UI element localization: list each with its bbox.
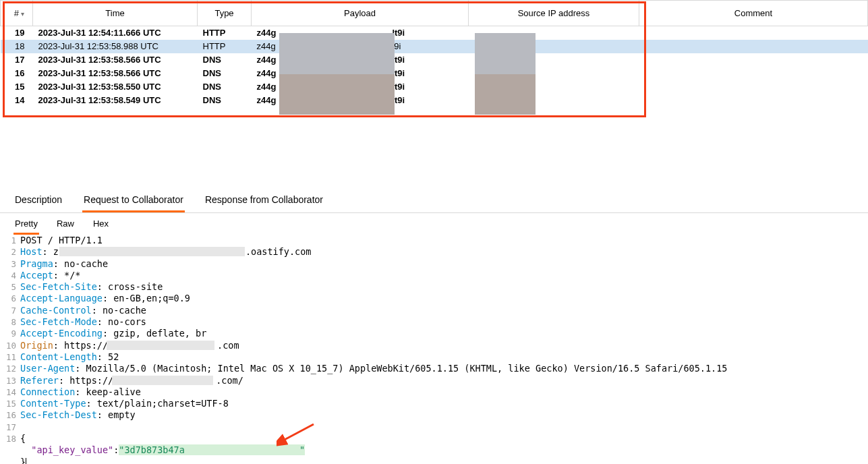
detail-tabs: Description Request to Collaborator Resp… [0, 187, 868, 213]
table-row[interactable]: 142023-Jul-31 12:53:58.549 UTCDNSz44glt9… [1, 94, 868, 107]
cell-comment [639, 26, 868, 40]
view-subtabs: Pretty Raw Hex [0, 213, 868, 235]
cell-comment [639, 40, 868, 53]
cell-time: 2023-Jul-31 12:53:58.566 UTC [33, 53, 198, 67]
line-number: 12 [0, 363, 20, 374]
line-number: 1 [0, 235, 20, 246]
header-accept-language: Accept-Language: en-GB,en;q=0.9 [20, 293, 190, 304]
redaction-block [279, 33, 395, 74]
subtab-pretty[interactable]: Pretty [13, 217, 39, 235]
header-accept-encoding: Accept-Encoding: gzip, deflate, br [20, 328, 206, 339]
cell-comment [639, 80, 868, 94]
redaction-block [59, 247, 245, 256]
header-host: Host: z.oastify.com [20, 246, 311, 258]
col-header-comment[interactable]: Comment [639, 1, 868, 26]
line-number: 5 [0, 281, 20, 293]
cell-number: 15 [1, 80, 33, 94]
line-number: 14 [0, 386, 20, 398]
blank-line [20, 422, 26, 433]
cell-comment [639, 94, 868, 107]
body-kv: "api_key_value":"3d7b873b47a" [20, 444, 305, 456]
col-header-source-ip[interactable]: Source IP address [469, 1, 639, 26]
table-row[interactable]: 192023-Jul-31 12:54:11.666 UTCHTTPz44glt… [1, 26, 868, 40]
header-referer: Referer: https://.com/ [20, 375, 243, 386]
cell-type: HTTP [198, 26, 252, 40]
header-content-length: Content-Length: 52 [20, 351, 119, 363]
redaction-block [107, 341, 214, 350]
table-row[interactable]: 162023-Jul-31 12:53:58.566 UTCDNSz44glt9… [1, 67, 868, 80]
cell-time: 2023-Jul-31 12:53:58.988 UTC [33, 40, 198, 53]
http-request-editor[interactable]: 1POST / HTTP/1.1 2Host: z.oastify.com 3P… [0, 235, 868, 464]
line-number: 17 [0, 422, 20, 433]
header-sec-fetch-site: Sec-Fetch-Site: cross-site [20, 281, 163, 293]
subtab-raw[interactable]: Raw [55, 217, 76, 235]
line-number: 4 [0, 270, 20, 281]
line-number: 7 [0, 305, 20, 316]
chevron-down-icon: ▾ [21, 10, 24, 18]
cell-type: DNS [198, 67, 252, 80]
body-close-brace: } [20, 457, 26, 464]
line-number: 8 [0, 316, 20, 328]
table-row[interactable]: 152023-Jul-31 12:53:58.550 UTCDNSz44glt9… [1, 80, 868, 94]
request-line: POST / HTTP/1.1 [20, 235, 103, 246]
header-pragma: Pragma: no-cache [20, 258, 108, 270]
redaction-block [475, 33, 536, 74]
line-number: 16 [0, 409, 20, 421]
line-number: 18 [0, 433, 20, 444]
cell-time: 2023-Jul-31 12:53:58.549 UTC [33, 94, 198, 107]
redaction-block [279, 74, 395, 115]
cell-number: 19 [1, 26, 33, 40]
tab-response-from-collaborator[interactable]: Response from Collaborator [204, 192, 324, 212]
cell-comment [639, 67, 868, 80]
line-number: 10 [0, 340, 20, 351]
col-header-number[interactable]: #▾ [1, 1, 33, 26]
line-number: 3 [0, 258, 20, 270]
col-header-type[interactable]: Type [198, 1, 252, 26]
header-origin: Origin: https://.com [20, 340, 239, 351]
cell-type: DNS [198, 53, 252, 67]
body-open-brace: { [20, 433, 26, 444]
cell-time: 2023-Jul-31 12:53:58.566 UTC [33, 67, 198, 80]
tab-request-to-collaborator[interactable]: Request to Collaborator [82, 192, 185, 212]
line-number [0, 444, 20, 456]
header-connection: Connection: keep-alive [20, 386, 141, 398]
line-number: 15 [0, 398, 20, 409]
cell-time: 2023-Jul-31 12:54:11.666 UTC [33, 26, 198, 40]
cell-number: 16 [1, 67, 33, 80]
header-content-type: Content-Type: text/plain;charset=UTF-8 [20, 398, 229, 409]
line-number: 2 [0, 246, 20, 258]
table-header-row: #▾ Time Type Payload Source IP address C… [1, 1, 868, 26]
tab-description[interactable]: Description [13, 192, 63, 212]
cell-number: 14 [1, 94, 33, 107]
col-header-time[interactable]: Time [33, 1, 198, 26]
redaction-block [475, 74, 536, 115]
text-caret [26, 458, 26, 464]
line-number: 11 [0, 351, 20, 363]
header-sec-fetch-mode: Sec-Fetch-Mode: no-cors [20, 316, 146, 328]
header-sec-fetch-dest: Sec-Fetch-Dest: empty [20, 409, 136, 421]
cell-comment [639, 53, 868, 67]
table-row[interactable]: 182023-Jul-31 12:53:58.988 UTCHTTPz44gt9… [1, 40, 868, 53]
line-number: 9 [0, 328, 20, 339]
line-number [0, 457, 20, 464]
subtab-hex[interactable]: Hex [92, 217, 110, 235]
col-header-payload[interactable]: Payload [252, 1, 469, 26]
line-number: 6 [0, 293, 20, 304]
interactions-table: #▾ Time Type Payload Source IP address C… [0, 0, 868, 107]
cell-type: DNS [198, 80, 252, 94]
cell-type: DNS [198, 94, 252, 107]
header-cache-control: Cache-Control: no-cache [20, 305, 146, 316]
header-accept: Accept: */* [20, 270, 80, 281]
cell-time: 2023-Jul-31 12:53:58.550 UTC [33, 80, 198, 94]
line-number: 13 [0, 375, 20, 386]
cell-number: 18 [1, 40, 33, 53]
redaction-block [112, 376, 213, 385]
cell-number: 17 [1, 53, 33, 67]
table-row[interactable]: 172023-Jul-31 12:53:58.566 UTCDNSz44glt9… [1, 53, 868, 67]
cell-type: HTTP [198, 40, 252, 53]
header-user-agent: User-Agent: Mozilla/5.0 (Macintosh; Inte… [20, 363, 727, 374]
